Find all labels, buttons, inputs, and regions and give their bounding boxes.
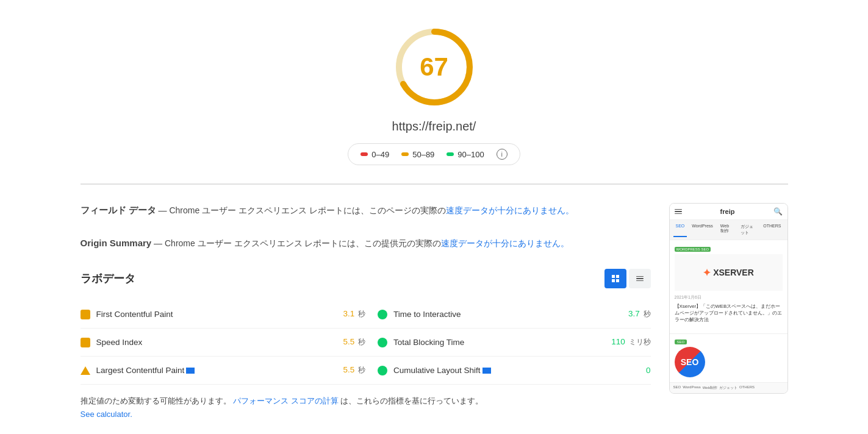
legend-range-2: 50–89 xyxy=(412,150,434,159)
metric-fcp: First Contentful Paint 3.1 秒 xyxy=(81,301,366,329)
metric-unit-fcp: 秒 xyxy=(358,310,365,318)
preview-site-name: freip xyxy=(720,208,735,215)
preview-nav: freip 🔍 xyxy=(670,204,787,220)
preview-logo-area: ✦ XSERVER xyxy=(675,254,783,291)
preview-tab-gadget: ガジェット xyxy=(738,222,759,237)
preview-seo-badge: SEO xyxy=(675,340,687,344)
preview-badge-1: WORDPRESS SEO xyxy=(675,247,711,252)
bottom-tab-web: Web制作 xyxy=(703,385,717,391)
metric-value-tbt: 110 ミリ秒 xyxy=(611,337,650,347)
metric-cls: Cumulative Layout Shift 0 xyxy=(365,357,651,385)
left-content: フィールド データ — Chrome ユーザー エクスペリエンス レポートには、… xyxy=(81,203,651,434)
preview-tab-web: Web制作 xyxy=(718,222,736,237)
preview-tab-seo: SEO xyxy=(673,222,687,237)
metric-name-tbt: Total Blocking Time xyxy=(393,338,611,347)
metric-indicator-cls xyxy=(378,366,387,375)
flag-icon-lcp xyxy=(186,368,195,374)
metric-value-si: 5.5 秒 xyxy=(343,337,365,347)
legend-item-red: 0–49 xyxy=(360,150,389,159)
legend-item-green: 90–100 xyxy=(447,150,484,159)
field-data-title: フィールド データ xyxy=(81,205,156,215)
bottom-tab-seo: SEO xyxy=(673,385,681,391)
bottom-tab-others: OTHERS xyxy=(739,385,755,391)
footer-text-2: は、これらの指標を基に行っています。 xyxy=(340,396,483,405)
preview-excerpt: 【Xserver】「このWEBスペースへは、まだホームページがアップロードされて… xyxy=(675,303,783,324)
view-toggle xyxy=(604,269,651,288)
metric-value-tti: 3.7 秒 xyxy=(628,309,651,319)
preview-body-2: SEO SEO xyxy=(670,333,787,382)
metric-indicator-tbt xyxy=(378,338,387,347)
metric-tbt: Total Blocking Time 110 ミリ秒 xyxy=(365,329,651,357)
origin-summary-separator: — xyxy=(154,238,165,248)
toggle-list-btn[interactable] xyxy=(629,269,651,288)
metric-indicator-fcp xyxy=(81,310,90,319)
preview-seo-circle: SEO xyxy=(675,347,705,377)
preview-widget: freip 🔍 SEO WordPress Web制作 ガジェット OTHERS… xyxy=(669,203,788,394)
field-data-section: フィールド データ — Chrome ユーザー エクスペリエンス レポートには、… xyxy=(81,203,651,218)
origin-summary-section: Origin Summary — Chrome ユーザー エクスペリエンス レポ… xyxy=(81,236,651,251)
preview-tab-others: OTHERS xyxy=(761,222,783,237)
legend-dot-red xyxy=(360,152,368,156)
right-preview: freip 🔍 SEO WordPress Web制作 ガジェット OTHERS… xyxy=(669,203,788,434)
field-data-text: Chrome ユーザー エクスペリエンス レポートには、このページの実際の xyxy=(169,205,445,215)
score-circle: 67 xyxy=(392,24,477,110)
metric-lcp: Largest Contentful Paint 5.5 秒 xyxy=(81,357,366,385)
preview-date: 2021年1月6日 xyxy=(675,294,783,301)
field-data-description: フィールド データ — Chrome ユーザー エクスペリエンス レポートには、… xyxy=(81,203,651,218)
metric-value-fcp: 3.1 秒 xyxy=(343,309,365,319)
metric-unit-si: 秒 xyxy=(358,338,365,346)
legend-range-1: 0–49 xyxy=(371,150,389,159)
metric-tti: Time to Interactive 3.7 秒 xyxy=(365,301,651,329)
metric-indicator-lcp xyxy=(81,366,90,375)
toggle-grid-icon xyxy=(612,275,619,282)
seo-circle-label: SEO xyxy=(681,357,699,367)
preview-tabs: SEO WordPress Web制作 ガジェット OTHERS xyxy=(670,220,787,240)
footer-link-2[interactable]: See calculator. xyxy=(81,410,132,419)
hamburger-icon xyxy=(675,209,682,215)
footer-text-1: 推定値のため変動する可能性があります。 xyxy=(81,396,231,405)
legend-range-3: 90–100 xyxy=(457,150,484,159)
legend-dot-green xyxy=(447,152,454,156)
lab-data-section: ラボデータ xyxy=(81,269,651,421)
footer-link-1[interactable]: パフォーマンス スコアの計算 xyxy=(233,396,339,405)
field-data-link[interactable]: 速度データが十分にありません。 xyxy=(446,205,574,215)
preview-bottom-tabs: SEO WordPress Web制作 ガジェット OTHERS xyxy=(670,382,787,393)
metric-si: Speed Index 5.5 秒 xyxy=(81,329,366,357)
metric-unit-tti: 秒 xyxy=(644,310,651,318)
toggle-list-icon xyxy=(636,276,644,282)
toggle-grid-btn[interactable] xyxy=(604,269,626,288)
preview-logo-text: ✦ XSERVER xyxy=(703,267,754,279)
origin-summary-title: Origin Summary xyxy=(81,238,152,248)
metric-indicator-si xyxy=(81,338,90,347)
lab-data-title: ラボデータ xyxy=(81,271,135,286)
preview-body-1: WORDPRESS SEO ✦ XSERVER 2021年1月6日 【Xserv… xyxy=(670,240,787,329)
xserver-diamond-icon: ✦ xyxy=(703,267,711,279)
score-url: https://freip.net/ xyxy=(392,119,476,133)
field-data-separator: — xyxy=(159,205,170,215)
bottom-tab-gadget: ガジェット xyxy=(719,385,737,391)
bottom-tab-wp: WordPress xyxy=(683,385,701,391)
metrics-grid: First Contentful Paint 3.1 秒 Time to Int… xyxy=(81,301,651,385)
origin-summary-description: Origin Summary — Chrome ユーザー エクスペリエンス レポ… xyxy=(81,236,651,251)
metric-name-lcp: Largest Contentful Paint xyxy=(96,366,343,375)
metric-unit-tbt: ミリ秒 xyxy=(629,338,651,346)
page-wrapper: 67 https://freip.net/ 0–49 50–89 90–100 … xyxy=(68,0,800,434)
score-legend: 0–49 50–89 90–100 i xyxy=(348,143,520,165)
search-icon: 🔍 xyxy=(773,207,783,216)
metric-name-si: Speed Index xyxy=(96,338,343,347)
main-content: フィールド データ — Chrome ユーザー エクスペリエンス レポートには、… xyxy=(81,185,788,434)
metric-indicator-tti xyxy=(378,310,387,319)
origin-summary-text: Chrome ユーザー エクスペリエンス レポートには、この提供元の実際の xyxy=(165,238,441,248)
origin-summary-link[interactable]: 速度データが十分にありません。 xyxy=(441,238,569,248)
info-icon[interactable]: i xyxy=(497,149,508,160)
score-value: 67 xyxy=(420,52,448,82)
score-section: 67 https://freip.net/ 0–49 50–89 90–100 … xyxy=(81,12,788,184)
metric-value-lcp: 5.5 秒 xyxy=(343,365,365,375)
metric-name-tti: Time to Interactive xyxy=(393,310,628,319)
preview-tab-wp: WordPress xyxy=(689,222,716,237)
metric-value-cls: 0 xyxy=(646,366,651,375)
lab-data-header: ラボデータ xyxy=(81,269,651,288)
preview-seo-row: SEO xyxy=(675,347,783,377)
metric-name-cls: Cumulative Layout Shift xyxy=(393,366,646,375)
metric-unit-lcp: 秒 xyxy=(358,366,365,374)
